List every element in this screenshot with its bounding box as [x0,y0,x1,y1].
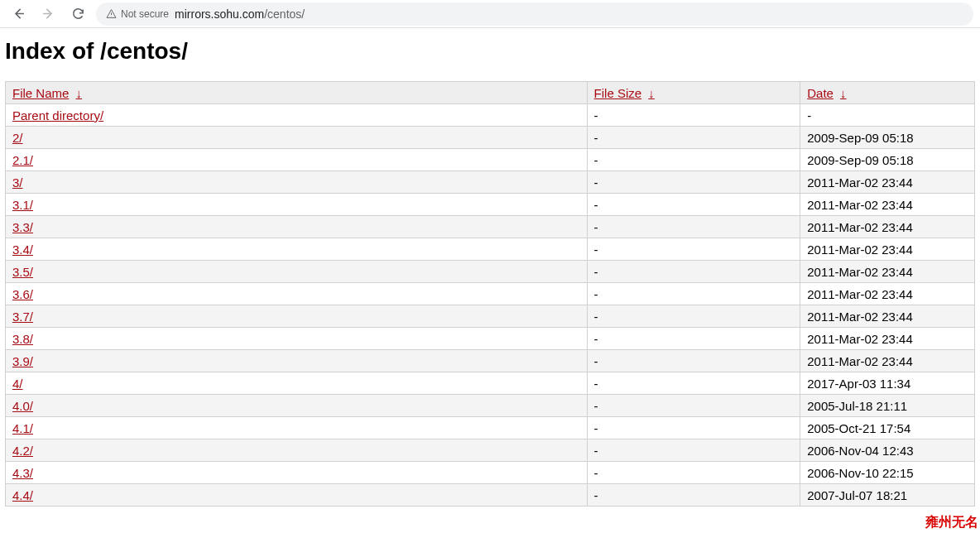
file-date-cell: 2011-Mar-02 23:44 [800,305,975,328]
directory-link[interactable]: 3.4/ [12,242,33,257]
file-date-cell: 2009-Sep-09 05:18 [800,127,975,149]
file-size-cell: - [587,171,800,194]
directory-listing-table: File Name ↓ File Size ↓ Date ↓ Parent di… [5,81,975,507]
table-row: 3.4/-2011-Mar-02 23:44 [6,238,975,261]
table-row: 4.2/-2006-Nov-04 12:43 [6,439,975,462]
file-size-cell: - [587,395,800,417]
directory-link[interactable]: 2/ [12,131,23,145]
table-row: 4.4/-2007-Jul-07 18:21 [6,484,975,507]
url-text: mirrors.sohu.com/centos/ [175,7,305,21]
arrow-left-icon [12,7,26,21]
sort-filename-button[interactable]: ↓ [76,86,83,100]
file-size-cell: - [587,283,800,305]
directory-link[interactable]: 4.0/ [12,399,33,413]
sort-filesize-button[interactable]: ↓ [648,86,655,100]
file-date-cell: 2011-Mar-02 23:44 [800,261,975,283]
directory-link[interactable]: 3.5/ [12,265,33,279]
file-date-cell: 2005-Jul-18 21:11 [800,395,975,417]
directory-link[interactable]: 4.1/ [12,421,33,435]
file-size-cell: - [587,305,800,328]
directory-link[interactable]: 4.3/ [12,466,33,480]
file-date-cell: 2011-Mar-02 23:44 [800,216,975,238]
file-size-cell: - [587,417,800,439]
file-date-cell: 2005-Oct-21 17:54 [800,417,975,439]
table-row: 3/-2011-Mar-02 23:44 [6,171,975,194]
file-size-cell: - [587,462,800,484]
file-size-cell: - [587,439,800,462]
table-row: 4.1/-2005-Oct-21 17:54 [6,417,975,439]
table-row: 4/-2017-Apr-03 11:34 [6,372,975,395]
warning-triangle-icon [106,8,117,19]
directory-link[interactable]: 3.8/ [12,332,33,346]
directory-link[interactable]: 3.9/ [12,354,33,368]
header-filename-link[interactable]: File Name [12,86,69,100]
back-button[interactable] [7,2,30,26]
file-date-cell: - [800,104,975,127]
header-date-link[interactable]: Date [807,86,833,100]
file-size-cell: - [587,104,800,127]
security-badge[interactable]: Not secure [106,8,169,20]
reload-icon [71,7,85,21]
table-row: 2.1/-2009-Sep-09 05:18 [6,149,975,171]
file-date-cell: 2017-Apr-03 11:34 [800,372,975,395]
file-size-cell: - [587,216,800,238]
table-row: 4.0/-2005-Jul-18 21:11 [6,395,975,417]
security-label: Not secure [121,8,169,20]
file-size-cell: - [587,194,800,216]
table-row: 4.3/-2006-Nov-10 22:15 [6,462,975,484]
file-size-cell: - [587,149,800,171]
directory-link[interactable]: 4/ [12,377,23,391]
file-size-cell: - [587,127,800,149]
reload-button[interactable] [66,2,89,26]
table-row: 3.6/-2011-Mar-02 23:44 [6,283,975,305]
file-size-cell: - [587,328,800,350]
sort-date-button[interactable]: ↓ [840,86,847,100]
directory-link[interactable]: 3.7/ [12,310,33,324]
directory-link[interactable]: 3/ [12,175,23,190]
table-row: 3.9/-2011-Mar-02 23:44 [6,350,975,372]
file-date-cell: 2007-Jul-07 18:21 [800,484,975,507]
table-row: 3.8/-2011-Mar-02 23:44 [6,328,975,350]
file-size-cell: - [587,238,800,261]
browser-toolbar: Not secure mirrors.sohu.com/centos/ [0,0,980,28]
directory-link[interactable]: Parent directory/ [12,108,103,122]
table-row: 3.1/-2011-Mar-02 23:44 [6,194,975,216]
directory-link[interactable]: 3.3/ [12,220,33,234]
file-size-cell: - [587,261,800,283]
file-date-cell: 2011-Mar-02 23:44 [800,350,975,372]
page-title: Index of /centos/ [5,38,975,65]
directory-link[interactable]: 4.2/ [12,444,33,458]
file-date-cell: 2011-Mar-02 23:44 [800,283,975,305]
header-filesize-link[interactable]: File Size [594,86,642,100]
table-row: Parent directory/-- [6,104,975,127]
file-date-cell: 2011-Mar-02 23:44 [800,238,975,261]
table-row: 3.5/-2011-Mar-02 23:44 [6,261,975,283]
table-row: 3.3/-2011-Mar-02 23:44 [6,216,975,238]
arrow-right-icon [41,7,55,21]
file-date-cell: 2011-Mar-02 23:44 [800,171,975,194]
file-date-cell: 2011-Mar-02 23:44 [800,194,975,216]
directory-link[interactable]: 3.1/ [12,198,33,212]
file-size-cell: - [587,484,800,507]
file-date-cell: 2006-Nov-10 22:15 [800,462,975,484]
directory-link[interactable]: 4.4/ [12,488,33,502]
file-date-cell: 2011-Mar-02 23:44 [800,328,975,350]
directory-link[interactable]: 3.6/ [12,287,33,301]
forward-button[interactable] [36,2,60,26]
address-bar[interactable]: Not secure mirrors.sohu.com/centos/ [96,2,973,26]
file-date-cell: 2006-Nov-04 12:43 [800,439,975,462]
file-date-cell: 2009-Sep-09 05:18 [800,149,975,171]
directory-link[interactable]: 2.1/ [12,153,33,167]
file-size-cell: - [587,350,800,372]
table-row: 3.7/-2011-Mar-02 23:44 [6,305,975,328]
file-size-cell: - [587,372,800,395]
table-row: 2/-2009-Sep-09 05:18 [6,127,975,149]
